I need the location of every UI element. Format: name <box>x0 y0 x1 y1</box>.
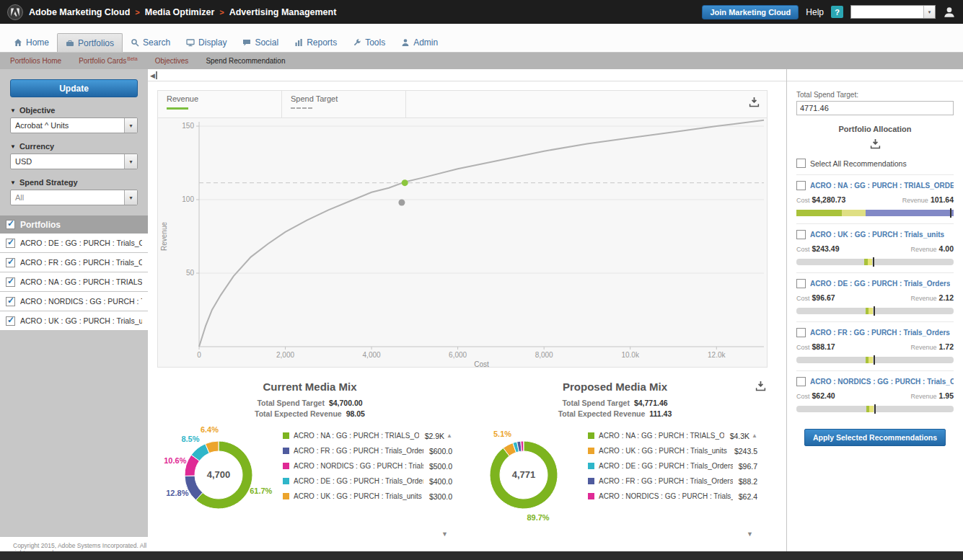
media-mix-legend-row: ACRO : NORDICS : GG : PURCH : Trials_Ord… <box>588 489 757 504</box>
slider-marker-handle[interactable] <box>874 355 875 365</box>
recommendation-link[interactable]: ACRO : NORDICS : GG : PURCH : Trials_Ord… <box>810 378 954 386</box>
tab-tools[interactable]: Tools <box>345 33 393 52</box>
breadcrumb-advertising-management[interactable]: Advertising Management <box>229 7 337 17</box>
select-all-recommendations[interactable]: Select All Recommendations <box>796 159 954 174</box>
allocation-slider[interactable] <box>796 259 954 265</box>
collapse-sidebar-icon[interactable]: ◀ <box>150 71 157 79</box>
svg-text:100: 100 <box>182 195 194 203</box>
filter-select[interactable]: Acrobat ^ Units▾ <box>10 117 138 133</box>
portfolio-checkbox[interactable] <box>6 277 15 287</box>
legend-label: ACRO : DE : GG : PURCH : Trials_Orders <box>599 462 733 470</box>
right-panel: Total Spend Target: Portfolio Allocation… <box>786 69 963 551</box>
subnav-item-portfolio-cards[interactable]: Portfolio CardsBeta <box>79 56 138 65</box>
chevron-down-icon[interactable]: ▼ <box>10 143 16 150</box>
recommendation-link[interactable]: ACRO : DE : GG : PURCH : Trials_Orders <box>810 280 950 288</box>
slider-segment <box>796 210 842 216</box>
tab-social[interactable]: Social <box>234 33 286 52</box>
tab-reports[interactable]: Reports <box>286 33 345 52</box>
chevron-down-icon[interactable]: ▼ <box>10 107 16 114</box>
download-media-mix-icon[interactable] <box>755 381 766 391</box>
account-selector[interactable]: ▾ <box>850 5 936 19</box>
portfolio-row[interactable]: ACRO : NA : GG : PURCH : TRIALS_OR... <box>0 272 148 292</box>
portfolio-row[interactable]: ACRO : DE : GG : PURCH : Trials_Orde... <box>0 234 148 253</box>
breadcrumb-marketing-cloud[interactable]: Adobe Marketing Cloud <box>29 7 130 17</box>
portfolio-row[interactable]: ACRO : FR : GG : PURCH : Trials_Orders <box>0 253 148 272</box>
portfolio-checkbox[interactable] <box>6 258 15 267</box>
tab-portfolios[interactable]: Portfolios <box>57 33 123 52</box>
svg-text:6.4%: 6.4% <box>201 425 219 434</box>
stat-value: $4,700.00 <box>329 398 363 409</box>
slider-segment <box>869 357 872 363</box>
sort-ascending-icon[interactable]: ▲ <box>752 432 757 439</box>
download-allocation-icon[interactable] <box>870 138 881 149</box>
select-all-checkbox[interactable] <box>796 159 806 168</box>
slider-marker-handle[interactable] <box>950 208 951 218</box>
proposed-spend-point[interactable] <box>402 179 408 186</box>
media-mix-legend-row: ACRO : UK : GG : PURCH : Trials_units$24… <box>588 443 757 458</box>
current-spend-point[interactable] <box>398 199 405 205</box>
recommendation-checkbox[interactable] <box>796 279 806 288</box>
sort-ascending-icon[interactable]: ▲ <box>447 432 452 439</box>
total-spend-target-input[interactable] <box>796 101 954 115</box>
join-marketing-cloud-button[interactable]: Join Marketing Cloud <box>702 5 799 19</box>
help-link[interactable]: Help <box>806 7 824 17</box>
chevron-down-icon[interactable]: ▼ <box>10 179 16 186</box>
donut-slice[interactable] <box>521 441 524 451</box>
breadcrumb-media-optimizer[interactable]: Media Optimizer <box>145 7 215 17</box>
filter-label: ▼Currency <box>10 142 138 151</box>
legend-label: ACRO : FR : GG : PURCH : Trials_Orders <box>294 447 423 455</box>
portfolio-checkbox[interactable] <box>6 239 15 248</box>
adobe-logo-icon[interactable] <box>7 4 23 20</box>
recommendation-checkbox[interactable] <box>796 230 806 239</box>
svg-text:50: 50 <box>186 269 195 277</box>
tab-admin[interactable]: Admin <box>393 33 446 52</box>
tab-home[interactable]: Home <box>6 33 57 52</box>
recommendation-link[interactable]: ACRO : NA : GG : PURCH : TRIALS_ORDERS <box>810 182 954 190</box>
filter-group-spend-strategy: ▼Spend StrategyAll▾ <box>10 178 138 205</box>
portfolio-checkbox[interactable] <box>6 316 15 326</box>
slider-marker-handle[interactable] <box>873 257 874 267</box>
allocation-slider[interactable] <box>796 406 954 412</box>
portfolio-checkbox[interactable] <box>6 297 15 306</box>
subnav-item-objectives[interactable]: Objectives <box>155 57 189 65</box>
slider-marker-handle[interactable] <box>874 306 875 316</box>
svg-text:4,771: 4,771 <box>512 469 536 480</box>
stat-label: Total Expected Revenue <box>255 409 342 419</box>
portfolio-row[interactable]: ACRO : UK : GG : PURCH : Trials_units <box>0 311 148 331</box>
display-icon <box>186 38 195 47</box>
help-badge[interactable]: ? <box>831 6 843 18</box>
revenue-line-sample <box>167 107 188 110</box>
recommendation-checkbox[interactable] <box>796 181 806 190</box>
beta-badge: Beta <box>127 56 137 61</box>
scroll-down-icon[interactable]: ▼ <box>157 530 462 538</box>
filter-select[interactable]: USD▾ <box>10 154 138 169</box>
legend-revenue[interactable]: Revenue <box>158 91 282 117</box>
portfolio-row[interactable]: ACRO : NORDICS : GG : PURCH : Trial... <box>0 292 148 311</box>
legend-swatch <box>283 432 289 439</box>
apply-selected-recommendations-button[interactable]: Apply Selected Recommendations <box>804 429 946 446</box>
media-mix-legend-row: ACRO : FR : GG : PURCH : Trials_Orders$6… <box>283 443 452 458</box>
subnav-item-spend-recommendation[interactable]: Spend Recommendation <box>206 57 285 65</box>
tab-display[interactable]: Display <box>178 33 234 52</box>
subnav-item-label: Spend Recommendation <box>206 57 285 65</box>
slider-marker-handle[interactable] <box>874 404 876 414</box>
filter-select[interactable]: All▾ <box>10 190 138 205</box>
portfolios-select-all-checkbox[interactable] <box>6 220 15 229</box>
recommendation-link[interactable]: ACRO : FR : GG : PURCH : Trials_Orders <box>810 329 950 337</box>
chevron-down-icon: ▾ <box>124 190 137 205</box>
breadcrumb-chevron-icon: > <box>135 8 139 17</box>
scroll-down-icon[interactable]: ▼ <box>462 530 768 538</box>
legend-spend-target[interactable]: Spend Target <box>282 91 406 117</box>
recommendation-checkbox[interactable] <box>796 328 806 337</box>
recommendation-link[interactable]: ACRO : UK : GG : PURCH : Trials_units <box>810 231 944 239</box>
allocation-slider[interactable] <box>796 308 954 314</box>
update-button[interactable]: Update <box>10 79 138 97</box>
allocation-slider[interactable] <box>796 210 954 216</box>
subnav-item-portfolios-home[interactable]: Portfolios Home <box>10 57 61 65</box>
allocation-slider[interactable] <box>796 357 954 363</box>
recommendation-checkbox[interactable] <box>796 377 806 386</box>
user-icon[interactable] <box>943 6 956 19</box>
stat-label: Total Spend Target <box>257 398 325 409</box>
tab-search[interactable]: Search <box>123 33 178 52</box>
download-chart-icon[interactable] <box>749 97 760 107</box>
